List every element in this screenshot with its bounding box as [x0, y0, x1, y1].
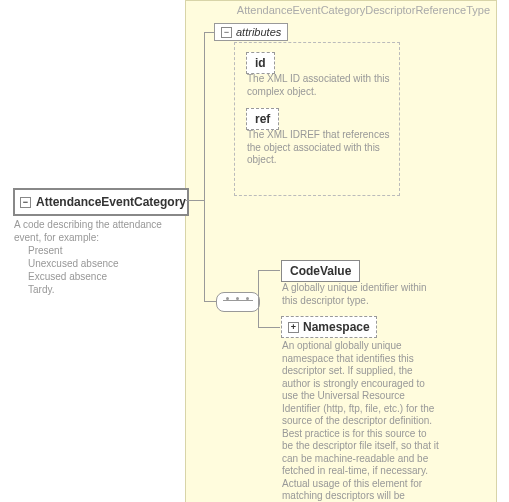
root-description: A code describing the attendance event, … [14, 218, 182, 296]
attributes-header[interactable]: − attributes [214, 23, 288, 41]
connector-line [258, 327, 280, 328]
connector-line [258, 270, 259, 327]
attr-ref-desc: The XML IDREF that references the object… [247, 129, 397, 167]
element-namespace[interactable]: + Namespace [281, 316, 377, 338]
attr-id[interactable]: id [246, 52, 275, 74]
expand-icon[interactable]: + [288, 322, 299, 333]
connector-line [204, 301, 216, 302]
connector-line [204, 32, 214, 33]
attr-id-desc: The XML ID associated with this complex … [247, 73, 397, 98]
root-element-label: AttendanceEventCategory [36, 195, 186, 209]
namespace-desc: An optional globally unique namespace th… [282, 340, 440, 502]
attr-ref[interactable]: ref [246, 108, 279, 130]
namespace-label: Namespace [303, 320, 370, 334]
panel-title: AttendanceEventCategoryDescriptorReferen… [237, 4, 490, 16]
element-codevalue[interactable]: CodeValue [281, 260, 360, 282]
diagram-canvas: AttendanceEventCategoryDescriptorReferen… [0, 0, 509, 502]
connector-line [258, 270, 280, 271]
codevalue-desc: A globally unique identifier within this… [282, 282, 442, 307]
attributes-label: attributes [236, 26, 281, 38]
root-element[interactable]: − AttendanceEventCategory [13, 188, 189, 216]
collapse-icon[interactable]: − [20, 197, 31, 208]
collapse-icon[interactable]: − [221, 27, 232, 38]
connector-line [186, 200, 204, 201]
connector-line [204, 32, 205, 302]
sequence-icon [216, 292, 260, 312]
